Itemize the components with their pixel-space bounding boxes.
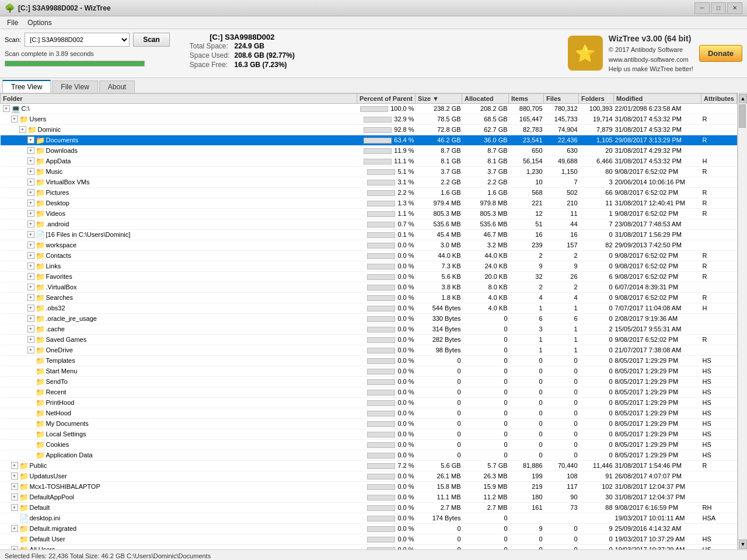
expand-button[interactable]: + <box>11 483 18 490</box>
expand-button[interactable]: + <box>11 546 18 550</box>
table-row[interactable]: +📁Default0.0 %2.7 MB2.7 MB16173889/08/20… <box>1 502 737 513</box>
col-items[interactable]: Items <box>509 93 544 103</box>
expand-button[interactable]: + <box>27 158 34 164</box>
expand-button[interactable]: + <box>27 315 34 322</box>
table-row[interactable]: 📄desktop.ini0.0 %174 Bytes019/03/2017 10… <box>1 513 737 523</box>
expand-button[interactable]: + <box>27 210 34 217</box>
donate-button[interactable]: Donate <box>699 45 742 62</box>
expand-button[interactable]: + <box>11 473 18 480</box>
scroll-thumb[interactable] <box>739 104 746 128</box>
file-tree[interactable]: Folder Percent of Parent Size ▼ Allocate… <box>0 93 738 550</box>
maximize-button[interactable]: □ <box>711 2 726 14</box>
expand-button[interactable]: + <box>27 189 34 196</box>
tab-tree-view[interactable]: Tree View <box>2 80 51 93</box>
table-row[interactable]: 📁NetHood0.0 %000008/05/2017 1:29:29 PMHS <box>1 408 737 418</box>
minimize-button[interactable]: ─ <box>694 2 710 14</box>
table-row[interactable]: +📁Downloads11.9 %8.7 GB8.7 GB6506302031/… <box>1 145 737 156</box>
col-percent[interactable]: Percent of Parent <box>357 93 415 103</box>
table-row[interactable]: +📁Searches0.0 %1.8 KB4.0 KB4409/08/2017 … <box>1 292 737 303</box>
expand-button[interactable]: + <box>27 346 34 354</box>
expand-button[interactable]: + <box>27 284 34 290</box>
table-row[interactable]: +📁Links0.0 %7.3 KB24.0 KB9909/08/2017 6:… <box>1 261 737 271</box>
expand-button[interactable]: + <box>27 220 34 228</box>
tab-about[interactable]: About <box>99 80 135 93</box>
table-row[interactable]: 📁Application Data0.0 %000008/05/2017 1:2… <box>1 450 737 460</box>
table-row[interactable]: +📁.cache0.0 %314 Bytes031215/05/2017 9:5… <box>1 324 737 334</box>
table-row[interactable]: 📁Recent0.0 %000008/05/2017 1:29:29 PMHS <box>1 387 737 397</box>
col-modified[interactable]: Modified <box>614 93 701 103</box>
table-row[interactable]: +📁workspace0.0 %3.0 MB3.2 MB2391578229/0… <box>1 240 737 250</box>
table-row[interactable]: +📁Users32.9 %78.5 GB68.5 GB165,447145,73… <box>1 114 737 124</box>
table-row[interactable]: +📁Documents63.4 %46.2 GB36.0 GB23,54122,… <box>1 135 737 145</box>
table-row[interactable]: +📁DefaultAppPool0.0 %11.1 MB11.2 MB18090… <box>1 492 737 502</box>
table-row[interactable]: +📁Public7.2 %5.6 GB5.7 GB81,88670,44011,… <box>1 460 737 471</box>
table-row[interactable]: +📁Videos1.1 %805.3 MB805.3 MB121119/08/2… <box>1 208 737 219</box>
tab-file-view[interactable]: File View <box>52 80 97 93</box>
expand-button[interactable]: + <box>11 494 18 501</box>
table-row[interactable]: +📁.obs320.0 %544 Bytes4.0 KB1107/07/2017… <box>1 303 737 313</box>
expand-button[interactable]: + <box>27 294 34 301</box>
expand-button[interactable]: + <box>11 504 18 511</box>
table-row[interactable]: +📁OneDrive0.0 %98 Bytes011021/07/2017 7:… <box>1 345 737 355</box>
table-row[interactable]: 📁Default User0.0 %0000019/03/2017 10:37:… <box>1 534 737 544</box>
col-attrib[interactable]: Attributes <box>701 93 737 103</box>
table-row[interactable]: +📁Mcx1-TOSHIBALAPTOP0.0 %15.8 MB15.9 MB2… <box>1 481 737 492</box>
table-row[interactable]: 📁Cookies0.0 %000008/05/2017 1:29:29 PMHS <box>1 439 737 450</box>
expand-button[interactable]: + <box>27 147 34 154</box>
table-row[interactable]: +📁UpdatusUser0.0 %26.1 MB26.3 MB19910891… <box>1 471 737 481</box>
drive-select[interactable]: [C:] S3A9988D002 <box>25 33 130 47</box>
expand-button[interactable]: + <box>27 168 34 175</box>
col-alloc[interactable]: Allocated <box>462 93 509 103</box>
expand-button[interactable]: + <box>27 304 34 312</box>
expand-button[interactable]: + <box>11 525 18 532</box>
table-row[interactable]: +📁.android0.7 %535.6 MB535.6 MB5144723/0… <box>1 219 737 229</box>
table-row[interactable]: +📁.VirtualBox0.0 %3.8 KB8.0 KB2206/07/20… <box>1 282 737 292</box>
modified-cell: 8/05/2017 1:29:29 PM <box>614 397 701 408</box>
expand-button[interactable]: + <box>27 136 34 144</box>
close-button[interactable]: ✕ <box>727 2 742 14</box>
table-row[interactable]: +📁Favorites0.0 %5.6 KB20.0 KB322669/08/2… <box>1 271 737 282</box>
table-row[interactable]: +📁Contacts0.0 %44.0 KB44.0 KB2209/08/201… <box>1 250 737 261</box>
col-files[interactable]: Files <box>544 93 579 103</box>
table-row[interactable]: 📁Local Settings0.0 %000008/05/2017 1:29:… <box>1 429 737 439</box>
table-row[interactable]: +📁AppData11.1 %8.1 GB8.1 GB56,15449,6886… <box>1 156 737 166</box>
table-row[interactable]: 📁Templates0.0 %000008/05/2017 1:29:29 PM… <box>1 355 737 366</box>
expand-button[interactable]: + <box>27 273 34 280</box>
table-row[interactable]: +📁VirtualBox VMs3.1 %2.2 GB2.2 GB107320/… <box>1 177 737 187</box>
table-row[interactable]: +📁Saved Games0.0 %282 Bytes01109/08/2017… <box>1 334 737 345</box>
scrollbar-area[interactable]: ▲ ▼ <box>738 93 747 550</box>
scroll-up-button[interactable]: ▲ <box>739 94 747 103</box>
expand-button[interactable]: + <box>27 336 34 343</box>
expand-button[interactable]: + <box>3 105 10 112</box>
table-row[interactable]: +📁Music5.1 %3.7 GB3.7 GB1,2301,150809/08… <box>1 166 737 177</box>
expand-button[interactable]: + <box>27 231 34 238</box>
table-row[interactable]: +💻C:\100.0 %238.2 GB208.2 GB880,705780,3… <box>1 103 737 114</box>
expand-button[interactable]: + <box>27 178 34 186</box>
table-row[interactable]: +📁Dominic92.8 %72.8 GB62.7 GB82,78374,90… <box>1 124 737 135</box>
expand-button[interactable]: + <box>27 200 34 206</box>
table-row[interactable]: +📁Pictures2.2 %1.6 GB1.6 GB568502669/08/… <box>1 187 737 198</box>
table-row[interactable]: +📁.oracle_jre_usage0.0 %330 Bytes06602/0… <box>1 313 737 324</box>
table-row[interactable]: 📁Start Menu0.0 %000008/05/2017 1:29:29 P… <box>1 366 737 376</box>
table-row[interactable]: +📄[16 Files in C:\Users\Dominic]0.1 %45.… <box>1 229 737 240</box>
table-row[interactable]: 📁My Documents0.0 %000008/05/2017 1:29:29… <box>1 418 737 429</box>
col-size[interactable]: Size ▼ <box>416 93 462 103</box>
expand-button[interactable]: + <box>11 116 18 123</box>
table-row[interactable]: +📁Desktop1.3 %979.4 MB979.8 MB2212101131… <box>1 198 737 208</box>
table-row[interactable]: +📁Default.migrated0.0 %0090925/09/2016 4… <box>1 523 737 534</box>
expand-button[interactable]: + <box>19 126 26 133</box>
col-folders[interactable]: Folders <box>579 93 614 103</box>
expand-button[interactable]: + <box>27 262 34 270</box>
menu-file[interactable]: File <box>2 18 23 28</box>
scan-button[interactable]: Scan <box>133 33 170 47</box>
expand-button[interactable]: + <box>27 242 34 249</box>
table-row[interactable]: 📁PrintHood0.0 %000008/05/2017 1:29:29 PM… <box>1 397 737 408</box>
expand-button[interactable]: + <box>27 252 34 259</box>
table-row[interactable]: +📁All Users0.0 %0000019/03/2017 10:37:29… <box>1 544 737 550</box>
expand-button[interactable]: + <box>27 326 34 332</box>
table-row[interactable]: 📁SendTo0.0 %000008/05/2017 1:29:29 PMHS <box>1 376 737 387</box>
scroll-down-button[interactable]: ▼ <box>739 540 747 549</box>
menu-options[interactable]: Options <box>23 18 56 28</box>
expand-button[interactable]: + <box>11 462 18 469</box>
col-folder[interactable]: Folder <box>1 93 357 103</box>
